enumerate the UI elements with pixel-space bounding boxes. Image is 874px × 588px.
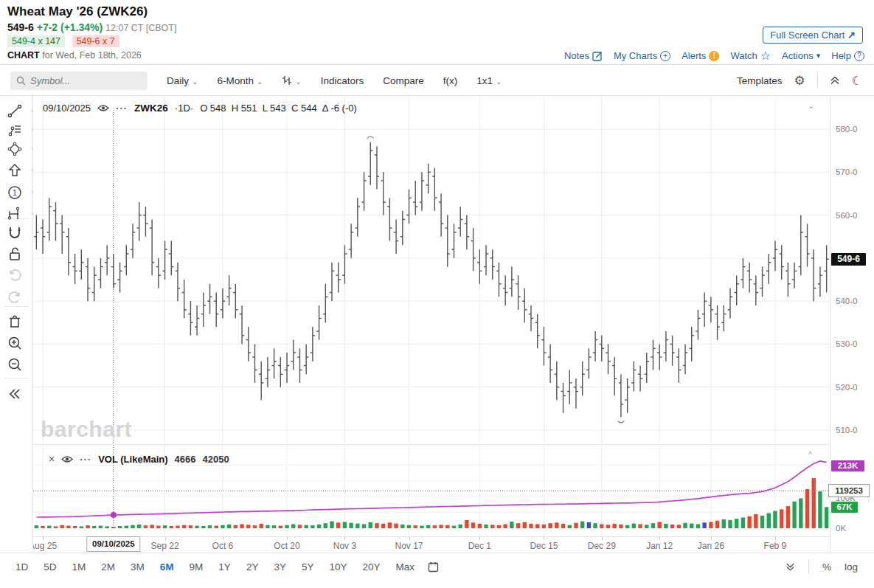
price-axis-label: 580-0 <box>836 125 857 134</box>
volume-legend: × ··· VOL (LikeMain) 4666 42050 <box>49 453 229 465</box>
x-tick <box>344 537 345 540</box>
chart-application: Wheat May '26 (ZWK26) 549-6 +7-2 (+1.34%… <box>0 0 874 588</box>
collapse-rail-icon <box>7 386 23 402</box>
tool-lock-open[interactable] <box>7 245 29 263</box>
range-button-1y[interactable]: 1Y <box>218 561 231 573</box>
header-link-alerts[interactable]: Alerts! <box>681 50 719 61</box>
zero-volume-label: 0K <box>836 524 846 533</box>
header-links: NotesMy Charts+Alerts!Watch☆Actions▾Help… <box>564 49 864 63</box>
tool-number-note[interactable]: 1› <box>7 184 29 201</box>
time-axis[interactable]: Aug 25Sep 22Oct 6Oct 20Nov 3Nov 17Dec 1D… <box>33 536 830 553</box>
indicators-button[interactable]: Indicators <box>321 75 364 86</box>
tool-zoom-out[interactable] <box>7 356 29 373</box>
remove-study-icon[interactable]: × <box>49 453 55 465</box>
x-tick <box>775 537 776 540</box>
range-button-5y[interactable]: 5Y <box>302 561 314 573</box>
crosshair-volume-box: 119253 <box>828 484 870 497</box>
x-axis-label: Jan 26 <box>698 541 724 551</box>
caret-down-icon: ▾ <box>816 51 821 60</box>
x-axis-label: Dec 1 <box>468 541 491 551</box>
x-axis-label: Sep 22 <box>151 541 179 551</box>
range-button-3y[interactable]: 3Y <box>274 561 286 573</box>
x-axis-label: Oct 6 <box>212 541 234 551</box>
header-link-my-charts[interactable]: My Charts+ <box>614 50 670 61</box>
volume-pane-caret-icon[interactable]: ^ <box>808 450 812 459</box>
shapes-icon <box>7 141 23 157</box>
x-axis-label: Dec 15 <box>530 541 558 551</box>
eye-icon[interactable] <box>61 455 73 463</box>
full-screen-chart-button[interactable]: Full Screen Chart ↗ <box>763 27 863 44</box>
x-axis-label: Feb 9 <box>764 541 787 551</box>
quote-line: 549-6 +7-2 (+1.34%) 12:07 CT [CBOT] <box>7 21 176 33</box>
trendline-icon <box>7 103 23 120</box>
notes-icon <box>592 51 603 61</box>
tool-undo[interactable] <box>7 266 29 284</box>
range-toolbar: 1D5D1M2M3M6M9M1Y2Y3Y5Y10Y20YMax % log <box>0 553 874 580</box>
tool-collapse-rail[interactable] <box>7 385 29 403</box>
x-tick <box>659 537 660 540</box>
range-button-1m[interactable]: 1M <box>72 561 86 573</box>
header-link-help[interactable]: Help? <box>831 50 864 61</box>
legend-symbol: ZWK26 <box>134 103 168 114</box>
eye-icon[interactable] <box>97 104 109 112</box>
current-volume-badge: 67K <box>831 502 858 513</box>
range-button-6m[interactable]: 6M <box>160 561 174 573</box>
log-scale-button[interactable]: log <box>844 561 858 573</box>
x-tick <box>602 537 603 540</box>
percent-scale-button[interactable]: % <box>822 561 831 573</box>
calendar-icon[interactable] <box>428 561 439 573</box>
add-circle-icon: + <box>660 51 670 61</box>
x-tick <box>409 537 410 540</box>
tool-trash[interactable] <box>7 313 29 331</box>
range-button-5d[interactable]: 5D <box>44 561 56 573</box>
symbol-input[interactable] <box>30 75 141 86</box>
price-pane-caret-icon[interactable]: ⌄ <box>808 101 814 111</box>
expand-ranges-icon[interactable] <box>785 562 795 572</box>
study-value-volume: 4666 <box>175 454 196 465</box>
bid-chip: 549-4 x 147 <box>7 35 65 47</box>
tool-annotations[interactable]: › <box>7 121 29 139</box>
alert-badge-icon: ! <box>709 51 719 61</box>
range-button-10y[interactable]: 10Y <box>329 561 347 573</box>
range-button-9m[interactable]: 9M <box>190 561 204 573</box>
tool-trendline[interactable]: › <box>7 103 29 120</box>
header-link-watch[interactable]: Watch☆ <box>730 49 771 63</box>
zoom-in-icon <box>7 335 23 351</box>
period-dropdown[interactable]: Daily⌄ <box>167 75 198 86</box>
header-link-actions[interactable]: Actions▾ <box>782 50 820 61</box>
header-link-notes[interactable]: Notes <box>564 50 603 61</box>
x-tick <box>711 537 712 540</box>
tool-shapes[interactable]: › <box>7 140 29 158</box>
redo-icon <box>7 289 23 305</box>
question-circle-icon: ? <box>854 51 864 61</box>
tool-arrow[interactable]: › <box>7 162 29 179</box>
fx-button[interactable]: f(x) <box>443 75 458 86</box>
tool-zoom-in[interactable] <box>7 334 29 352</box>
range-dropdown[interactable]: 6-Month⌄ <box>217 75 263 86</box>
compare-button[interactable]: Compare <box>383 75 424 86</box>
dark-mode-moon-icon[interactable]: ☾ <box>852 74 862 88</box>
tool-redo[interactable] <box>7 288 29 306</box>
tool-measure[interactable]: › <box>7 205 29 223</box>
crosshair-date-label: 09/10/2025 <box>43 103 91 114</box>
chevron-down-icon: ⌄ <box>192 77 198 86</box>
grid-layout-dropdown[interactable]: 1x1⌄ <box>476 75 502 86</box>
range-button-2y[interactable]: 2Y <box>246 561 259 573</box>
range-button-max[interactable]: Max <box>395 561 415 573</box>
price-chart[interactable] <box>33 96 830 443</box>
templates-button[interactable]: Templates <box>737 75 783 86</box>
ohlc-bar-type-icon <box>282 75 292 86</box>
range-button-20y[interactable]: 20Y <box>362 561 380 573</box>
collapse-panel-icon[interactable] <box>830 75 840 86</box>
more-options-icon[interactable]: ··· <box>80 454 91 465</box>
range-button-1d[interactable]: 1D <box>15 561 28 573</box>
bar-type-dropdown[interactable]: ⌄ <box>282 75 301 86</box>
x-tick <box>544 537 544 540</box>
range-button-2m[interactable]: 2M <box>101 561 115 573</box>
tool-magnet[interactable] <box>7 224 29 241</box>
bid-ask-line: 549-4 x 147 549-6 x 7 <box>7 35 124 47</box>
symbol-search[interactable] <box>10 72 148 90</box>
settings-gear-icon[interactable]: ⚙ <box>794 73 805 89</box>
more-options-icon[interactable]: ··· <box>116 103 128 114</box>
range-button-3m[interactable]: 3M <box>131 561 145 573</box>
